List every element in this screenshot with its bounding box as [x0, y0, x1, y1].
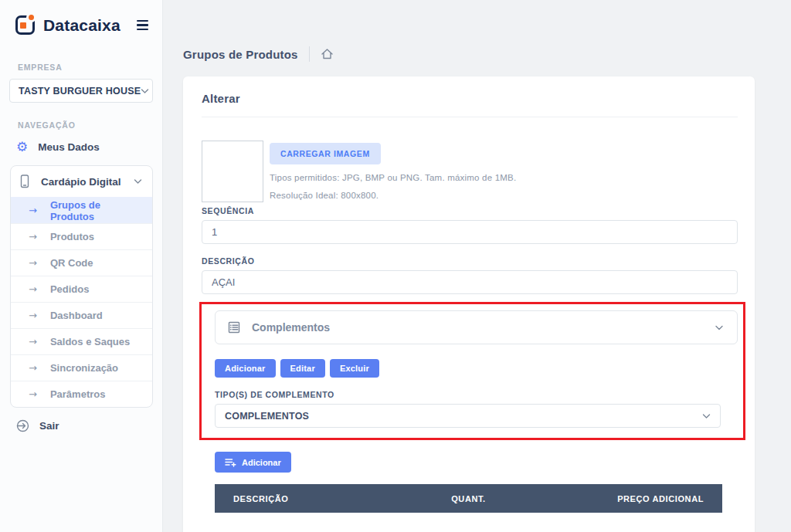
arrow-right-icon: → — [29, 231, 37, 242]
complements-accordion-header[interactable]: Complementos — [215, 310, 738, 344]
chevron-down-icon — [715, 324, 724, 331]
excluir-tipo-button[interactable]: Excluir — [330, 359, 379, 378]
sequencia-label: SEQUÊNCIA — [202, 206, 738, 215]
sidebar-subitem-label: Produtos — [50, 231, 94, 242]
sidebar-item-sincronizacao[interactable]: → Sincronização — [11, 354, 152, 381]
tipo-complemento-selected-value: COMPLEMENTOS — [225, 411, 309, 422]
home-icon[interactable] — [321, 48, 334, 60]
arrow-right-icon: → — [29, 336, 37, 347]
logo-text: Datacaixa — [43, 16, 121, 35]
smartphone-icon — [18, 174, 32, 189]
arrow-right-icon: → — [29, 205, 37, 216]
playlist-add-icon — [225, 457, 236, 467]
red-highlight-annotation: Complementos Adicionar Editar Excluir TI… — [199, 302, 745, 440]
gear-icon: ⚙ — [16, 141, 28, 154]
tipo-complemento-label: TIPO(S) DE COMPLEMENTO — [215, 390, 738, 399]
adicionar-item-label: Adicionar — [242, 458, 281, 467]
column-header-descricao: DESCRIÇÃO — [233, 494, 390, 503]
alterar-card: Alterar CARREGAR IMAGEM Tipos permitidos… — [183, 76, 755, 532]
empresa-label: EMPRESA — [0, 63, 162, 72]
company-select[interactable]: TASTY BURGUER HOUSE — [9, 79, 153, 103]
sidebar-item-label: Meus Dados — [38, 141, 100, 153]
hamburger-menu-icon[interactable] — [135, 19, 150, 32]
sidebar-item-label: Sair — [39, 420, 59, 432]
sidebar-subitem-label: QR Code — [50, 257, 93, 269]
sidebar-subitem-label: Sincronização — [50, 362, 118, 374]
sidebar-subitem-label: Saldos e Saques — [50, 336, 130, 347]
carregar-imagem-button[interactable]: CARREGAR IMAGEM — [270, 143, 381, 164]
breadcrumb: Grupos de Produtos — [183, 46, 791, 62]
sidebar-subitem-label: Pedidos — [50, 283, 90, 295]
chevron-down-icon — [702, 413, 711, 419]
upload-hint-resolution: Resolução Ideal: 800x800. — [270, 191, 516, 200]
image-upload-row: CARREGAR IMAGEM Tipos permitidos: JPG, B… — [202, 141, 738, 202]
arrow-right-icon: → — [29, 257, 37, 269]
chevron-down-icon — [141, 88, 149, 94]
complements-table: DESCRIÇÃO QUANT. PREÇO ADICIONAL — [215, 484, 722, 532]
cardapio-digital-group: Cardápio Digital → Grupos de Produtos → … — [10, 165, 153, 408]
main-content: Grupos de Produtos Alterar CARREGAR IMAG… — [163, 0, 791, 532]
sidebar-item-meus-dados[interactable]: ⚙ Meus Dados — [0, 134, 162, 159]
descricao-input[interactable] — [202, 270, 738, 294]
table-body-empty — [215, 513, 722, 532]
complements-section-title: Complementos — [252, 321, 330, 334]
complement-type-actions: Adicionar Editar Excluir — [215, 359, 738, 378]
company-select-value: TASTY BURGUER HOUSE — [19, 86, 141, 97]
sidebar-subitem-label: Grupos de Produtos — [50, 199, 144, 222]
descricao-label: DESCRIÇÃO — [202, 256, 738, 266]
column-header-quant: QUANT. — [390, 494, 547, 503]
editar-tipo-button[interactable]: Editar — [280, 359, 325, 378]
tipo-complemento-select[interactable]: COMPLEMENTOS — [215, 404, 721, 428]
arrow-right-icon: → — [29, 283, 37, 295]
card-title: Alterar — [202, 92, 738, 117]
sidebar-item-produtos[interactable]: → Produtos — [11, 223, 152, 249]
sidebar-item-dashboard[interactable]: → Dashboard — [11, 302, 152, 328]
sidebar-item-pedidos[interactable]: → Pedidos — [11, 276, 152, 302]
sidebar-subitem-label: Parâmetros — [50, 388, 106, 400]
logout-icon — [15, 418, 30, 433]
sidebar-item-parametros[interactable]: → Parâmetros — [11, 381, 152, 407]
logo-row: Datacaixa — [0, 0, 162, 35]
sidebar-item-cardapio-digital[interactable]: Cardápio Digital — [11, 166, 152, 197]
navegacao-label: NAVEGAÇÃO — [0, 120, 162, 130]
sidebar-item-label: Cardápio Digital — [41, 176, 121, 188]
table-header-row: DESCRIÇÃO QUANT. PREÇO ADICIONAL — [215, 484, 722, 513]
adicionar-tipo-button[interactable]: Adicionar — [215, 359, 276, 378]
app-window: Datacaixa EMPRESA TASTY BURGUER HOUSE NA… — [0, 0, 791, 532]
arrow-right-icon: → — [29, 310, 37, 321]
sidebar-item-qr-code[interactable]: → QR Code — [11, 249, 152, 276]
arrow-right-icon: → — [29, 388, 37, 400]
sidebar-subitem-label: Dashboard — [50, 310, 103, 321]
upload-hint-types: Tipos permitidos: JPG, BMP ou PNG. Tam. … — [270, 173, 516, 182]
sidebar-item-grupos-de-produtos[interactable]: → Grupos de Produtos — [11, 197, 152, 223]
datacaixa-logo-icon — [15, 15, 35, 35]
adicionar-item-button[interactable]: Adicionar — [215, 452, 291, 473]
sequencia-input[interactable] — [202, 220, 738, 244]
sidebar: Datacaixa EMPRESA TASTY BURGUER HOUSE NA… — [0, 0, 163, 532]
arrow-right-icon: → — [29, 362, 37, 374]
list-icon — [228, 321, 240, 334]
page-title: Grupos de Produtos — [183, 48, 298, 61]
sidebar-item-saldos-e-saques[interactable]: → Saldos e Saques — [11, 328, 152, 354]
sidebar-item-sair[interactable]: Sair — [0, 413, 162, 438]
chevron-down-icon — [134, 178, 142, 185]
breadcrumb-divider — [309, 46, 310, 62]
complements-area: Complementos Adicionar Editar Excluir TI… — [215, 302, 738, 532]
column-header-preco-adicional: PREÇO ADICIONAL — [547, 494, 704, 503]
image-placeholder[interactable] — [202, 141, 263, 202]
